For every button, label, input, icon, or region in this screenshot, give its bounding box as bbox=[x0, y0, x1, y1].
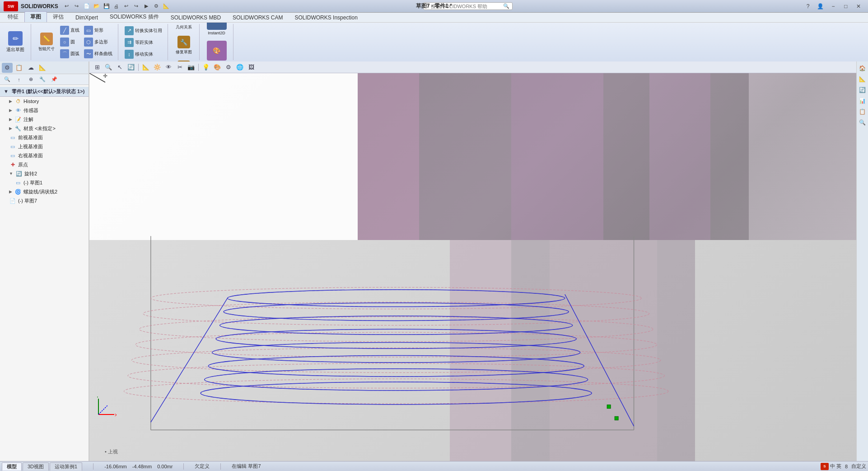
circle-icon: ○ bbox=[60, 38, 69, 47]
window-title: 草图7 - 零件1 * bbox=[416, 2, 452, 10]
vp-zoom-in[interactable]: 🔍 bbox=[103, 63, 113, 72]
repair-sketch-button[interactable]: 🔧 修复草图 bbox=[173, 34, 195, 57]
qa-btn-options[interactable]: ⚙ bbox=[152, 2, 160, 10]
rt-list-btn[interactable]: 📋 bbox=[858, 107, 868, 117]
vp-rotate[interactable]: 🔄 bbox=[126, 63, 136, 72]
tab-dimxpert[interactable]: DimXpert bbox=[70, 13, 104, 22]
show-relations-button[interactable]: 🔗 显示/删除 几何关系 bbox=[173, 23, 196, 32]
arc-button[interactable]: ⌒圆弧 bbox=[58, 48, 81, 59]
fm-item-origin[interactable]: ✚ 原点 bbox=[0, 160, 89, 169]
fm-tab-dim[interactable]: 📐 bbox=[37, 63, 48, 73]
minimize-button[interactable]: − bbox=[827, 1, 839, 11]
material-icon: 🔧 bbox=[14, 125, 22, 132]
vp-appearances[interactable]: 🎨 bbox=[212, 63, 222, 72]
tab-sw-plugin[interactable]: SOLIDWORKS 插件 bbox=[104, 11, 165, 22]
qa-btn-undo[interactable]: ↩ bbox=[122, 2, 131, 10]
fm-up-btn[interactable]: ↑ bbox=[14, 75, 24, 85]
smart-dimension-button[interactable]: 📏 智能尺寸 bbox=[36, 31, 57, 54]
tab-sw-mbd[interactable]: SOLIDWORKS MBD bbox=[165, 13, 227, 22]
vp-display-mode[interactable]: 🔆 bbox=[152, 63, 162, 72]
statusbar-right: S 中 英 8 自定义 bbox=[821, 463, 866, 470]
qa-btn-play[interactable]: ▶ bbox=[142, 2, 150, 10]
rt-zoom-btn[interactable]: 🔍 bbox=[858, 118, 868, 127]
editing-status: 在编辑 草图7 bbox=[232, 463, 261, 470]
fm-filter-btn[interactable]: 🔍 bbox=[2, 75, 13, 85]
vp-lights[interactable]: 💡 bbox=[201, 63, 211, 72]
statusbar-tab-motion[interactable]: 运动算例1 bbox=[50, 462, 82, 471]
tab-sw-inspection[interactable]: SOLIDWORKS Inspection bbox=[289, 13, 363, 22]
fm-tree-content: ▼ 零件1 (默认<<默认>显示状态 1>) ▶ ⏱ History ▶ 👁 传… bbox=[0, 85, 89, 461]
vp-select[interactable]: ↖ bbox=[115, 63, 125, 72]
svg-text:Y: Y bbox=[96, 396, 99, 399]
sketch-point-1 bbox=[607, 405, 611, 409]
svg-text:✛: ✛ bbox=[103, 73, 107, 79]
fm-item-history[interactable]: ▶ ⏱ History bbox=[0, 97, 89, 106]
close-button[interactable]: ✕ bbox=[853, 1, 864, 11]
polygon-button[interactable]: ⬡多边形 bbox=[82, 37, 114, 47]
vp-zoom-to-fit[interactable]: ⊞ bbox=[92, 63, 102, 72]
maximize-button[interactable]: □ bbox=[840, 1, 852, 11]
fm-item-sketch1[interactable]: ▭ (-) 草图1 bbox=[0, 178, 89, 187]
offset-entities-button[interactable]: ⇉等距实体 bbox=[123, 37, 164, 48]
line-button[interactable]: ╱直线 bbox=[58, 25, 81, 36]
qa-btn-save[interactable]: 💾 bbox=[103, 2, 111, 10]
signin-button[interactable]: 👤 bbox=[815, 1, 826, 11]
fm-item-top-plane[interactable]: ▭ 上视基准面 bbox=[0, 142, 89, 151]
fm-tab-feature-tree[interactable]: ⚙ bbox=[2, 63, 13, 73]
fm-item-front-plane[interactable]: ▭ 前视基准面 bbox=[0, 133, 89, 142]
statusbar-tab-model[interactable]: 模型 bbox=[2, 462, 22, 471]
rect-button[interactable]: ▭矩形 bbox=[82, 25, 114, 36]
vp-section[interactable]: ✂ bbox=[175, 63, 185, 72]
circle-button[interactable]: ○圆 bbox=[58, 37, 81, 47]
statusbar-tab-3dview[interactable]: 3D视图 bbox=[23, 462, 49, 471]
rt-chart-btn[interactable]: 📊 bbox=[858, 96, 868, 106]
shaded-sketch-button[interactable]: 🎨 上色草图 轮廓 bbox=[204, 39, 229, 62]
fm-tab-config[interactable]: ☁ bbox=[25, 63, 36, 73]
qa-btn-open[interactable]: 📂 bbox=[93, 2, 101, 10]
qa-btn-1[interactable]: ↩ bbox=[63, 2, 71, 10]
tab-sw-cam[interactable]: SOLIDWORKS CAM bbox=[227, 13, 289, 22]
vp-hide-show[interactable]: 👁 bbox=[163, 63, 173, 72]
qa-btn-measure[interactable]: 📐 bbox=[162, 2, 170, 10]
view-label: • 上视 bbox=[105, 449, 118, 454]
part-expand-icon[interactable]: ▼ bbox=[4, 89, 9, 94]
tab-sketch[interactable]: 草图 bbox=[24, 11, 47, 22]
vp-camera[interactable]: 📷 bbox=[186, 63, 196, 72]
convert-entities-button[interactable]: ↗转换实体引用 bbox=[123, 25, 164, 36]
tab-feature[interactable]: 特征 bbox=[2, 11, 24, 22]
vp-decals[interactable]: 🖼 bbox=[246, 63, 256, 72]
fm-add-btn[interactable]: ⊕ bbox=[25, 75, 36, 85]
ribbon-group-instant2d: 2D Instant2D 🎨 上色草图 轮廓 bbox=[204, 24, 233, 60]
vp-settings[interactable]: ⚙ bbox=[224, 63, 233, 72]
tab-evaluate[interactable]: 评估 bbox=[47, 11, 70, 22]
vp-view-orient[interactable]: 📐 bbox=[141, 63, 151, 72]
qa-btn-redo[interactable]: ↪ bbox=[132, 2, 140, 10]
fm-item-material[interactable]: ▶ 🔧 材质 <未指定> bbox=[0, 124, 89, 133]
qa-btn-print[interactable]: 🖨 bbox=[112, 2, 121, 10]
mirror-entities-button[interactable]: ⇔ 镜向实体 bbox=[133, 23, 154, 24]
fm-item-sketch7[interactable]: 📄 (-) 草图7 bbox=[0, 196, 89, 205]
exit-sketch-button[interactable]: ✏ 退出草图 bbox=[4, 29, 27, 55]
rt-home-btn[interactable]: 🏠 bbox=[858, 63, 868, 73]
fm-pin-btn[interactable]: 📌 bbox=[49, 75, 60, 85]
fm-item-right-plane[interactable]: ▭ 右视基准面 bbox=[0, 151, 89, 160]
move-entities-button[interactable]: ↕移动实体 bbox=[123, 49, 164, 60]
rt-rotate-btn[interactable]: 🔄 bbox=[858, 85, 868, 95]
fm-settings-btn[interactable]: 🔧 bbox=[37, 75, 48, 85]
instant2d-button[interactable]: 2D Instant2D bbox=[204, 23, 229, 37]
qa-btn-2[interactable]: ↪ bbox=[73, 2, 81, 10]
sw-lang-indicator: 英 bbox=[836, 463, 841, 470]
fm-item-helix2[interactable]: ▶ 🌀 螺旋线/涡状线2 bbox=[0, 187, 89, 196]
search-submit-icon[interactable]: 🔍 bbox=[503, 3, 509, 9]
qa-btn-new[interactable]: 📄 bbox=[83, 2, 91, 10]
spline-button[interactable]: 〜样条曲线 bbox=[82, 48, 114, 59]
fm-item-annotations[interactable]: ▶ 📝 注解 bbox=[0, 115, 89, 124]
fm-item-revolve2[interactable]: ▼ 🔄 旋转2 bbox=[0, 169, 89, 178]
fm-item-sensors[interactable]: ▶ 👁 传感器 bbox=[0, 106, 89, 115]
fm-tab-property[interactable]: 📋 bbox=[14, 63, 24, 73]
vp-scene[interactable]: 🌐 bbox=[235, 63, 245, 72]
ribbon-group-sketch-tools: 📏 智能尺寸 ╱直线 ○圆 ⌒圆弧 ▭矩形 ⬡多边形 〜样条曲线 bbox=[36, 24, 118, 60]
rt-dimension-btn[interactable]: 📐 bbox=[858, 74, 868, 84]
help-button[interactable]: ? bbox=[802, 1, 814, 11]
sketch1-icon: ▭ bbox=[14, 179, 22, 186]
